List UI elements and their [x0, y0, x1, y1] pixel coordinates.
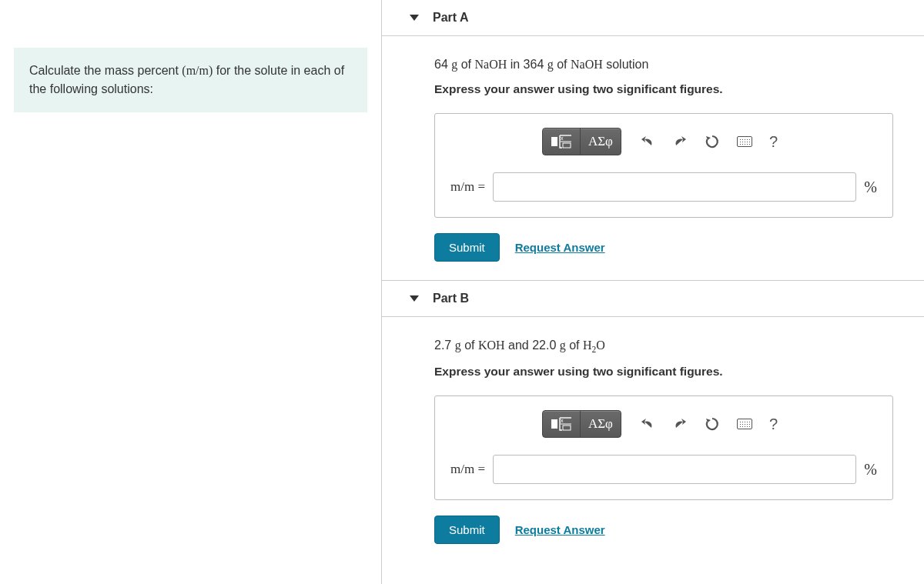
part-a-title: Part A [433, 11, 469, 25]
redo-button[interactable] [665, 128, 695, 155]
qa-mid2: in 364 [507, 58, 547, 71]
help-button[interactable]: ? [762, 128, 785, 155]
caret-down-icon [410, 295, 419, 302]
template-icon: x [551, 416, 572, 432]
keyboard-button[interactable] [729, 410, 760, 438]
part-a-body: 64 g of NaOH in 364 g of NaOH solution E… [382, 36, 924, 280]
part-b-header[interactable]: Part B [382, 280, 924, 317]
part-b-toolbar: x ΑΣφ [450, 410, 877, 438]
qb-unit2: g [560, 339, 566, 352]
redo-icon [672, 135, 688, 149]
part-a-instruction: Express your answer using two significan… [434, 82, 893, 96]
part-a-answer-row: m/m = % [450, 172, 877, 202]
part-a-answer-box: x ΑΣφ [434, 113, 893, 218]
part-b-answer-label: m/m = [450, 462, 485, 477]
prompt-text-pre: Calculate the mass percent [29, 64, 182, 77]
qb-chem2-pre: H [583, 339, 592, 352]
part-b-body: 2.7 g of KOH and 22.0 g of H2O Express y… [382, 317, 924, 562]
keyboard-icon [737, 136, 752, 147]
part-a-toolbar: x ΑΣφ [450, 128, 877, 155]
part-b-request-answer-link[interactable]: Request Answer [515, 523, 605, 536]
part-a-actions: Submit Request Answer [434, 233, 893, 262]
qa-chem2: NaOH [571, 58, 603, 71]
answer-column: Part A 64 g of NaOH in 364 g of NaOH sol… [381, 0, 924, 584]
qa-unit2: g [547, 58, 554, 71]
keyboard-icon [737, 419, 752, 429]
part-a-submit-button[interactable]: Submit [434, 233, 500, 262]
part-b-title: Part B [433, 292, 469, 305]
undo-icon [640, 417, 655, 431]
part-b-question: 2.7 g of KOH and 22.0 g of H2O [434, 339, 893, 354]
part-b-answer-row: m/m = % [450, 455, 877, 484]
qb-mid3: of [566, 339, 583, 352]
keyboard-button[interactable] [729, 128, 760, 155]
qb-pre: 2.7 [434, 339, 455, 352]
question-prompt-column: Calculate the mass percent (m/m) for the… [0, 0, 381, 584]
part-a-request-answer-link[interactable]: Request Answer [515, 241, 605, 254]
reset-button[interactable] [697, 410, 728, 438]
qb-unit1: g [455, 339, 461, 352]
qb-mid1: of [461, 339, 478, 352]
redo-button[interactable] [665, 410, 695, 438]
part-a-answer-label: m/m = [450, 179, 485, 195]
svg-text:x: x [561, 418, 564, 423]
svg-rect-2 [563, 143, 571, 148]
qa-post: solution [603, 58, 649, 71]
part-b-answer-input[interactable] [493, 455, 856, 484]
qb-chem2-post: O [596, 339, 605, 352]
help-button[interactable]: ? [762, 410, 785, 438]
undo-button[interactable] [632, 410, 663, 438]
template-icon: x [551, 134, 572, 149]
greek-letters-button[interactable]: ΑΣφ [580, 128, 621, 155]
caret-down-icon [410, 15, 419, 21]
template-picker-button[interactable]: x [542, 410, 581, 438]
greek-letters-button[interactable]: ΑΣφ [580, 410, 621, 438]
qb-mid2: and 22.0 [505, 339, 560, 352]
qa-pre: 64 [434, 58, 451, 71]
svg-rect-0 [551, 137, 557, 146]
qb-chem2: H2O [583, 339, 605, 352]
part-b-actions: Submit Request Answer [434, 516, 893, 544]
part-b-submit-button[interactable]: Submit [434, 516, 500, 544]
reset-icon [705, 134, 720, 149]
qa-mid1: of [457, 58, 474, 71]
part-a-header[interactable]: Part A [382, 0, 924, 36]
part-a-answer-unit: % [864, 179, 877, 196]
svg-text:x: x [561, 135, 564, 141]
template-picker-button[interactable]: x [542, 128, 581, 155]
part-a-question: 64 g of NaOH in 364 g of NaOH solution [434, 58, 893, 72]
undo-button[interactable] [632, 128, 663, 155]
svg-rect-5 [563, 425, 571, 430]
qa-mid3: of [554, 58, 571, 71]
undo-icon [640, 135, 655, 149]
part-a-answer-input[interactable] [493, 172, 856, 202]
part-b-instruction: Express your answer using two significan… [434, 365, 893, 379]
prompt-mm: (m/m) [182, 64, 213, 77]
reset-button[interactable] [697, 128, 728, 155]
reset-icon [705, 416, 720, 432]
qb-chem1: KOH [478, 339, 505, 352]
qa-chem1: NaOH [474, 58, 507, 71]
part-b-answer-box: x ΑΣφ [434, 395, 893, 500]
part-b-answer-unit: % [864, 461, 877, 479]
svg-rect-3 [551, 419, 557, 429]
redo-icon [672, 417, 688, 431]
question-prompt: Calculate the mass percent (m/m) for the… [14, 48, 367, 112]
